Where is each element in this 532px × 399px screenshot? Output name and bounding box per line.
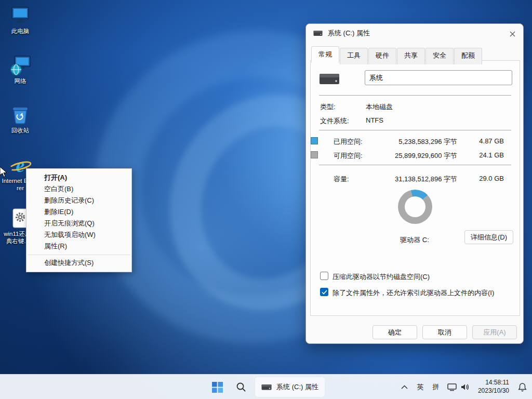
tray-date: 2023/10/30 xyxy=(478,387,509,395)
capacity-donut-hole xyxy=(405,196,425,217)
drive-caption: 驱动器 C: xyxy=(368,235,461,245)
desktop-icon-label: 网络 xyxy=(1,77,39,85)
details-button[interactable]: 详细信息(D) xyxy=(464,230,513,244)
desktop-icon-network[interactable]: 网络 xyxy=(1,55,39,85)
taskbar-task-properties[interactable]: 系统 (C:) 属性 xyxy=(255,377,325,397)
tab-hardware[interactable]: 硬件 xyxy=(368,48,396,64)
menu-item-blank-page[interactable]: 空白页(B) xyxy=(26,183,131,195)
free-space-legend-swatch xyxy=(311,151,318,158)
tray-system-icons[interactable] xyxy=(444,377,474,397)
tray-overflow-button[interactable] xyxy=(397,377,413,397)
context-menu: 打开(A) 空白页(B) 删除历史记录(C) 删除IE(D) 开启无痕浏览(Q)… xyxy=(26,168,132,272)
compress-checkbox-label[interactable]: 压缩此驱动器以节约磁盘空间(C) xyxy=(332,272,430,282)
ok-button[interactable]: 确定 xyxy=(373,325,417,339)
menu-separator xyxy=(28,255,130,255)
close-icon[interactable] xyxy=(508,29,517,38)
desktop-icon-label: 此电脑 xyxy=(1,28,39,35)
separator-line xyxy=(319,95,511,96)
tab-quota[interactable]: 配额 xyxy=(454,48,482,64)
used-space-size: 4.87 GB xyxy=(460,137,504,145)
used-space-label: 已用空间: xyxy=(334,137,363,147)
type-value: 本地磁盘 xyxy=(366,102,393,112)
used-space-legend-swatch xyxy=(311,137,318,144)
filesystem-label: 文件系统: xyxy=(320,116,349,126)
chevron-up-icon xyxy=(401,385,408,389)
tab-tools[interactable]: 工具 xyxy=(340,48,368,64)
menu-item-delete-history[interactable]: 删除历史记录(C) xyxy=(26,195,131,206)
this-pc-icon xyxy=(9,5,32,26)
filesystem-value: NTFS xyxy=(366,116,383,124)
index-checkbox[interactable] xyxy=(320,288,328,296)
menu-item-create-shortcut[interactable]: 创建快捷方式(S) xyxy=(26,257,131,269)
search-button[interactable] xyxy=(231,377,251,397)
separator-line xyxy=(319,130,511,130)
tab-sharing[interactable]: 共享 xyxy=(397,48,425,64)
capacity-label: 容量: xyxy=(334,175,349,184)
ime-mode-indicator[interactable]: 拼 xyxy=(428,377,444,397)
ime-language-indicator[interactable]: 英 xyxy=(413,377,428,397)
tray-time: 14:58:11 xyxy=(478,379,509,387)
menu-item-inprivate[interactable]: 开启无痕浏览(Q) xyxy=(26,218,131,229)
menu-item-properties[interactable]: 属性(R) xyxy=(26,241,131,252)
dialog-titlebar[interactable]: 系统 (C:) 属性 xyxy=(306,24,523,43)
dialog-title: 系统 (C:) 属性 xyxy=(328,29,370,38)
dialog-footer: 确定 取消 应用(A) xyxy=(373,325,517,339)
capacity-donut xyxy=(398,190,432,224)
desktop-icon-label: 回收站 xyxy=(1,127,39,134)
task-button-label: 系统 (C:) 属性 xyxy=(276,382,318,392)
menu-item-open[interactable]: 打开(A) xyxy=(26,172,131,183)
drive-icon xyxy=(261,383,272,391)
properties-dialog: 系统 (C:) 属性 常规 工具 硬件 共享 安全 配额 类型: 本地磁盘 文件… xyxy=(305,23,524,344)
volume-label-input[interactable] xyxy=(365,70,512,85)
volume-icon xyxy=(460,383,470,391)
dialog-tab-strip: 常规 工具 硬件 共享 安全 配额 xyxy=(311,48,483,64)
cancel-button[interactable]: 取消 xyxy=(422,325,467,339)
free-space-bytes: 25,899,929,600 字节 xyxy=(373,151,457,161)
network-icon xyxy=(9,55,32,76)
bell-icon xyxy=(518,382,527,392)
recycle-bin-icon xyxy=(9,104,32,125)
check-icon xyxy=(322,290,327,295)
type-label: 类型: xyxy=(320,102,336,112)
separator-line xyxy=(319,165,511,165)
desktop-icon-this-pc[interactable]: 此电脑 xyxy=(1,5,39,35)
taskbar: 系统 (C:) 属性 英 拼 14:58:11 2023/10/30 xyxy=(0,374,532,399)
taskbar-tray: 英 拼 14:58:11 2023/10/30 xyxy=(397,375,531,399)
used-space-bytes: 5,238,583,296 字节 xyxy=(373,137,457,147)
drive-icon-large xyxy=(319,71,340,88)
menu-item-delete-ie[interactable]: 删除IE(D) xyxy=(26,206,131,218)
tray-clock[interactable]: 14:58:11 2023/10/30 xyxy=(478,379,509,395)
desktop-icon-recycle-bin[interactable]: 回收站 xyxy=(1,104,39,134)
compress-checkbox[interactable] xyxy=(320,272,328,280)
notification-button[interactable] xyxy=(513,377,531,397)
drive-icon xyxy=(313,30,323,37)
menu-item-no-addons[interactable]: 无加载项启动(W) xyxy=(26,229,131,241)
search-icon xyxy=(236,382,246,392)
network-icon xyxy=(447,383,457,391)
capacity-size: 29.0 GB xyxy=(460,175,504,182)
mouse-cursor xyxy=(0,166,8,180)
index-checkbox-label[interactable]: 除了文件属性外，还允许索引此驱动器上文件的内容(I) xyxy=(332,288,494,298)
apply-button[interactable]: 应用(A) xyxy=(472,325,517,339)
windows-logo-icon xyxy=(212,382,223,393)
tab-page-general: 类型: 本地磁盘 文件系统: NTFS 已用空间: 5,238,583,296 … xyxy=(310,60,520,316)
tab-general[interactable]: 常规 xyxy=(311,46,339,63)
taskbar-center-group: 系统 (C:) 属性 xyxy=(207,375,325,399)
tab-security[interactable]: 安全 xyxy=(425,48,454,64)
start-button[interactable] xyxy=(207,377,228,397)
free-space-label: 可用空间: xyxy=(334,151,363,161)
free-space-size: 24.1 GB xyxy=(460,151,504,159)
capacity-bytes: 31,138,512,896 字节 xyxy=(373,175,457,184)
